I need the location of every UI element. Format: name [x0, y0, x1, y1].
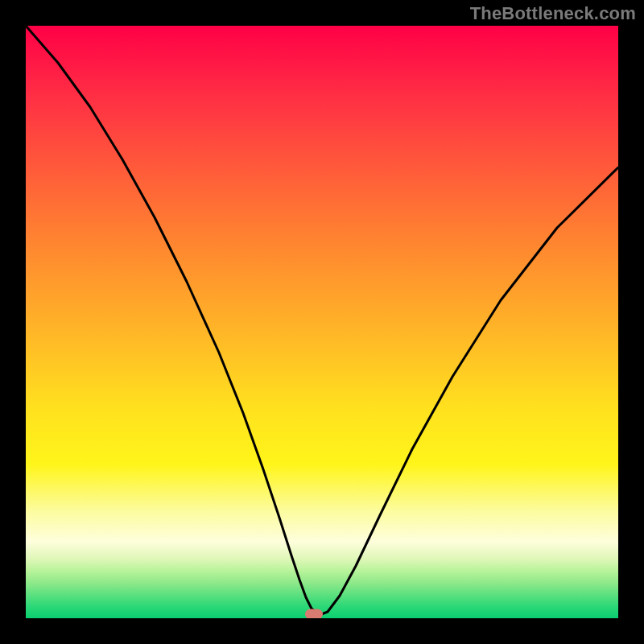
bottleneck-curve [26, 26, 618, 615]
minimum-marker [305, 609, 323, 619]
plot-area [26, 26, 618, 618]
curve-svg [26, 26, 618, 618]
chart-frame: TheBottleneck.com [0, 0, 644, 644]
attribution-label: TheBottleneck.com [470, 3, 636, 24]
